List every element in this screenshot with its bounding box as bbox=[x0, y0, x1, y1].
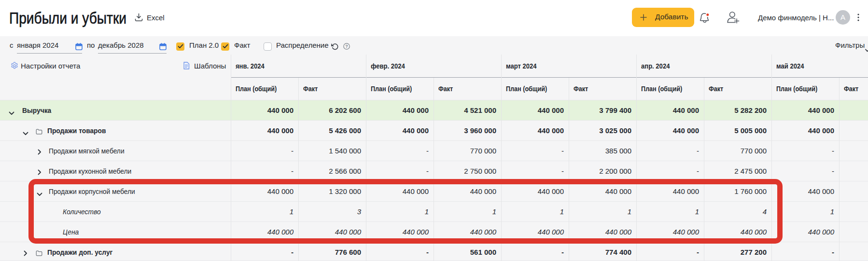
svg-text:?: ? bbox=[345, 44, 348, 49]
